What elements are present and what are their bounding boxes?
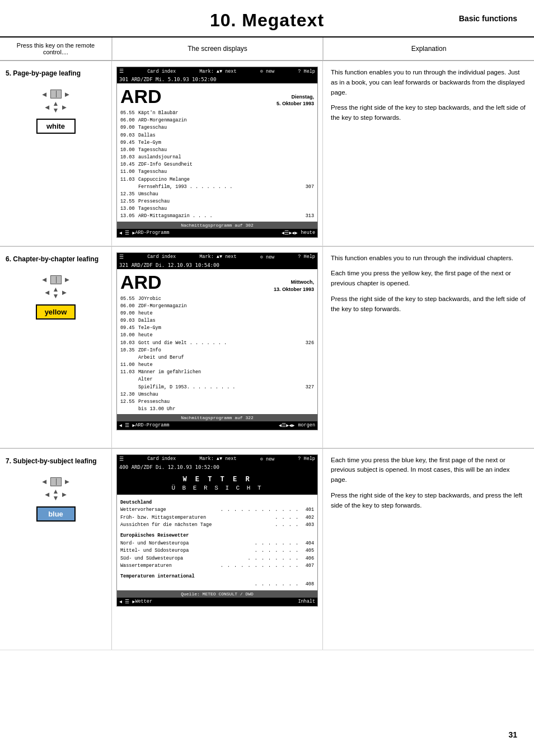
footer-left: ARD-Programm bbox=[135, 422, 169, 429]
list-item: 09.45Tele-Gym bbox=[120, 325, 314, 332]
arrow-left2-icon: ◄ bbox=[44, 103, 51, 111]
footer-right-nav: ◄☰►◄► bbox=[279, 422, 294, 429]
explanation-p1: This function enables you to run through… bbox=[331, 253, 526, 264]
explanation-p2: Press the right side of the key to step … bbox=[331, 103, 526, 123]
section6-screen-col: ☰ Card index Mark: ▲▼ next ⊙ new ? Help … bbox=[112, 247, 323, 448]
section6-ard-big: ARD Mittwoch, 13. Oktober 1993 bbox=[117, 269, 317, 294]
footer-right-nav: ◄☰►◄► bbox=[282, 230, 297, 236]
book-icon bbox=[50, 275, 62, 284]
section6-listings: 05.55JOYrobic 06.00ZDF-Morgenmagazin 09.… bbox=[117, 294, 317, 415]
col1-header: Press this key on the remote control.... bbox=[0, 37, 112, 60]
footer-nav-icons: ◄ ☰ ► bbox=[119, 230, 135, 236]
section5-date2: 5. Oktober 1993 bbox=[277, 100, 314, 107]
section6-teletext-screen: ☰ Card index Mark: ▲▼ next ⊙ new ? Help … bbox=[116, 252, 318, 431]
section6-footer: ◄ ☰ ► ARD-Programm ◄☰►◄► morgen bbox=[117, 421, 317, 430]
section-7-row: 7. Subject-by-subject leafing ◄ ► ◄ ▲ ▼ … bbox=[0, 449, 534, 650]
weather-item: Mittel- und Südosteuropa . . . . . . . 4… bbox=[120, 547, 314, 555]
list-item: 09.00Tagesschau bbox=[120, 124, 314, 132]
weather-item: Süd- und Südwesteuropa . . . . . . . . 4… bbox=[120, 555, 314, 563]
arrow-right2-icon: ► bbox=[60, 490, 68, 499]
explanation-p3: Press the right side of the key to step … bbox=[331, 294, 526, 314]
updown-icon: ▲ ▼ bbox=[53, 488, 59, 501]
section6-bar: Nachmittagsprogramm auf 322 bbox=[117, 414, 317, 421]
arrow-left2-icon: ◄ bbox=[44, 490, 51, 499]
updown-icon: ▲ ▼ bbox=[53, 286, 59, 299]
page-subtitle: Basic functions bbox=[459, 14, 517, 23]
section6-arrows: ◄ ► bbox=[41, 275, 71, 284]
arrow-left-icon: ◄ bbox=[41, 477, 48, 486]
section6-date1: Mittwoch, bbox=[274, 279, 314, 286]
list-item: Spielfilm, D 1953. . . . . . . . .327 bbox=[120, 384, 314, 391]
section7-page-arrows: ◄ ▲ ▼ ► bbox=[44, 488, 68, 501]
section-6-row: 6. Chapter-by-chapter leafing ◄ ► ◄ ▲ ▼ … bbox=[0, 247, 534, 448]
section6-date: Mittwoch, 13. Oktober 1993 bbox=[274, 279, 314, 293]
weather-item: . . . . . . . 408 bbox=[120, 581, 314, 589]
weather-section-intl: Temperaturen international bbox=[120, 573, 314, 581]
list-item: 12.55Presseschau bbox=[120, 398, 314, 406]
book-icon bbox=[50, 477, 62, 486]
list-item: Arbeit und Beruf bbox=[120, 354, 314, 361]
explanation-p2: Press the right side of the key to step … bbox=[331, 491, 526, 511]
weather-title: W E T T E R bbox=[117, 471, 317, 485]
arrow-right2-icon: ► bbox=[60, 288, 68, 297]
list-item: 10.03Gott und die Welt . . . . . . .326 bbox=[120, 340, 314, 347]
weather-subtitle: Ü B E R S I C H T bbox=[117, 485, 317, 495]
topbar-mark: Mark: ▲▼ next bbox=[199, 69, 236, 74]
list-item: 11.00Tagesschau bbox=[120, 168, 314, 176]
list-item: 11.03Männer im gefährlichen bbox=[120, 369, 314, 376]
weather-section-europa: Europäisches Reisewetter bbox=[120, 532, 314, 540]
section5-footer: ◄ ☰ ► ARD-Programm ◄☰►◄► heute bbox=[117, 229, 317, 237]
section6-remote-block: ◄ ► ◄ ▲ ▼ ► yellow bbox=[36, 275, 76, 320]
list-item: 13.05ARD-Mittagsmagazin . . . .313 bbox=[120, 213, 314, 220]
topbar-cardindex: Card index bbox=[147, 69, 176, 74]
section5-date: Dienstag, 5. Oktober 1993 bbox=[277, 93, 314, 107]
footer-nav-icons: ◄ ☰ ► bbox=[119, 422, 135, 429]
section5-big-text: ARD bbox=[120, 86, 162, 107]
explanation-p2: Each time you press the yellow key, the … bbox=[331, 269, 526, 289]
section6-big-text: ARD bbox=[120, 271, 162, 293]
list-item: 10.45ZDF-Info Gesundheit bbox=[120, 161, 314, 168]
section6-explanation: This function enables you to run through… bbox=[323, 247, 534, 448]
list-item: 09.00heute bbox=[120, 310, 314, 317]
arrow-left-icon: ◄ bbox=[41, 275, 48, 284]
page-number: 31 bbox=[508, 730, 517, 739]
explanation-p1: This function enables you to run through… bbox=[331, 68, 526, 97]
key-label-blue: blue bbox=[36, 506, 76, 522]
footer-right: Inhalt bbox=[298, 599, 315, 605]
arrow-left-icon: ◄ bbox=[41, 90, 48, 98]
list-item: 06.00ARD-Morgenmagazin bbox=[120, 117, 314, 124]
list-item: 10.03auslandsjournal bbox=[120, 154, 314, 161]
col3-header: Explanation bbox=[323, 37, 534, 60]
section7-screen-col: ☰ Card index Mark: ▲▼ next ⊙ new ? Help … bbox=[112, 449, 323, 650]
weather-item: Aussichten für die nächsten Tage . . . .… bbox=[120, 522, 314, 529]
footer-right: heute bbox=[301, 230, 315, 236]
section6-date2: 13. Oktober 1993 bbox=[274, 286, 314, 293]
footer-nav-icons: ◄ ☰ ► bbox=[119, 599, 135, 605]
topbar-menu: ☰ bbox=[119, 68, 124, 74]
section5-date1: Dienstag, bbox=[277, 93, 314, 101]
section5-topbar: ☰ Card index Mark: ▲▼ next ⊙ new ? Help bbox=[117, 67, 317, 76]
footer-spacer bbox=[170, 230, 282, 236]
section7-title: 7. Subject-by-subject leafing bbox=[6, 457, 97, 465]
section5-arrows: ◄ ► bbox=[41, 90, 71, 98]
section6-header: 321 ARD/ZDF Di. 12.10.93 10:54:00 bbox=[117, 261, 317, 269]
weather-section-deutschland: Deutschland bbox=[120, 499, 314, 507]
col2-header: The screen displays bbox=[112, 37, 323, 60]
weather-item: Nord- und Nordwesteuropa . . . . . . . 4… bbox=[120, 540, 314, 548]
key-label-white: white bbox=[36, 119, 76, 134]
section5-bar: Nachmittagsprogramm auf 302 bbox=[117, 222, 317, 229]
list-item: 13.00Tagesschau bbox=[120, 205, 314, 213]
section5-remote-block: ◄ ► ◄ ▲ ▼ ► white bbox=[36, 90, 76, 134]
page-title: 10. Megatext bbox=[11, 10, 523, 31]
section7-header: 400 ARD/ZDF Di. 12.10.93 10:52:00 bbox=[117, 463, 317, 471]
section7-topbar: ☰ Card index Mark: ▲▼ next ⊙ new ? Help bbox=[117, 455, 317, 463]
section5-explanation: This function enables you to run through… bbox=[323, 61, 534, 246]
updown-icon: ▲ ▼ bbox=[53, 100, 59, 114]
section5-header: 301 ARD/ZDF Mi. 5.10.93 10:52:00 bbox=[117, 76, 317, 83]
section6-topbar: ☰ Card index Mark: ▲▼ next ⊙ new ? Help bbox=[117, 253, 317, 261]
weather-body: Deutschland Wettervorhersage . . . . . .… bbox=[117, 495, 317, 591]
section6-title: 6. Chapter-by-chapter leafing bbox=[6, 255, 99, 263]
footer-right: morgen bbox=[298, 422, 315, 429]
section5-teletext-screen: ☰ Card index Mark: ▲▼ next ⊙ new ? Help … bbox=[116, 67, 318, 238]
arrow-right-icon: ► bbox=[64, 275, 71, 284]
